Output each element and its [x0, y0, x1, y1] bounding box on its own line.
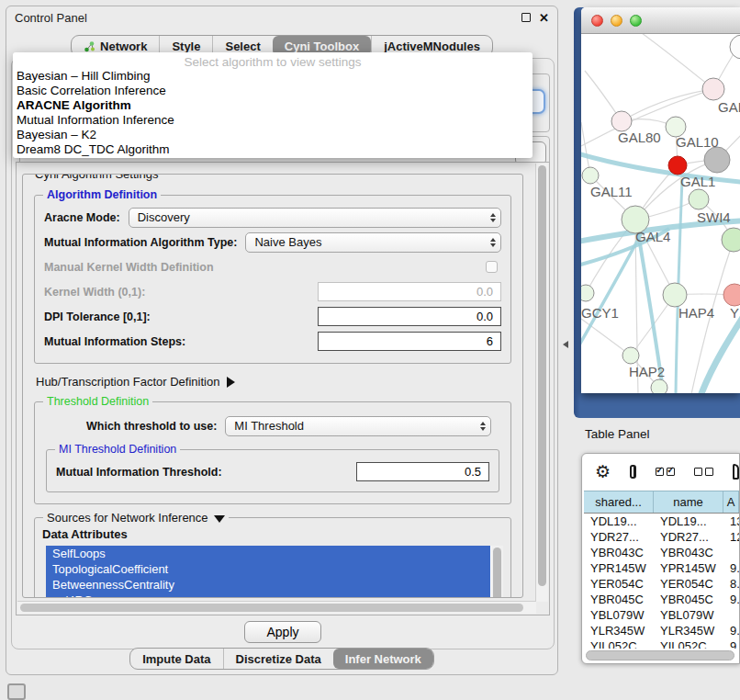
kernel-width-input[interactable] — [318, 282, 501, 301]
mi-algorithm-type-select[interactable]: Naive Bayes — [245, 232, 501, 253]
aracne-mode-select[interactable]: Discovery — [129, 208, 501, 228]
table-row[interactable]: YBR045CYBR045C9. — [584, 592, 739, 607]
attribute-list-item[interactable]: gal4RGexp — [46, 593, 490, 598]
bottom-tab-group: Impute DataDiscretize DataInfer Network — [129, 648, 434, 670]
hub-transcription-section[interactable]: Hub/Transcription Factor Definition — [36, 375, 510, 389]
manual-kernel-row: Manual Kernel Width Definition — [44, 254, 501, 279]
manual-kernel-checkbox[interactable] — [486, 261, 498, 273]
node-label: SWI4 — [697, 209, 731, 225]
which-threshold-select[interactable]: MI Threshold — [225, 416, 491, 436]
tab-discretize-data[interactable]: Discretize Data — [223, 649, 333, 669]
algorithm-option[interactable]: Dream8 DC_TDC Algorithm — [13, 142, 533, 157]
select-all-icon[interactable] — [656, 468, 675, 476]
network-node-gal11[interactable] — [582, 167, 599, 184]
sources-group-title[interactable]: Sources for Network Inference — [43, 511, 229, 525]
dpi-tolerance-input[interactable] — [318, 307, 501, 326]
algorithm-definition-group: Algorithm Definition Aracne Mode: Discov… — [34, 195, 511, 364]
network-node[interactable] — [730, 35, 740, 59]
column-header[interactable]: shared... — [584, 491, 654, 513]
expand-right-icon — [227, 377, 235, 388]
table-row[interactable]: YBR043CYBR043C — [584, 545, 739, 560]
network-node-y[interactable] — [723, 284, 740, 306]
data-attributes-list: SelfLoopsTopologicalCoefficientBetweenne… — [46, 546, 503, 598]
cyni-settings-group-title: Cyni Algorithm Settings — [31, 174, 162, 181]
document-icon[interactable] — [733, 464, 739, 480]
table-horizontal-scrollbar[interactable] — [586, 650, 734, 660]
close-traffic-light-icon[interactable] — [591, 15, 603, 27]
table-header-row: shared...nameA — [584, 491, 739, 514]
attributes-scrollbar[interactable] — [491, 546, 503, 598]
table-row[interactable]: YDR27...YDR27...12 — [584, 529, 739, 545]
mi-algorithm-type-value: Naive Bayes — [254, 235, 321, 249]
split-columns-icon[interactable] — [630, 465, 636, 479]
network-edge[interactable] — [638, 34, 713, 89]
which-threshold-label: Which threshold to use: — [86, 420, 217, 433]
network-node-gal80[interactable] — [611, 111, 632, 131]
attribute-list-item[interactable]: BetweennessCentrality — [46, 577, 490, 593]
network-window[interactable]: GALGAL80GAL10GAL1GAL11SWI4GAL4GCY1HAP4YH… — [581, 7, 740, 393]
attribute-list-item[interactable]: TopologicalCoefficient — [46, 561, 490, 577]
network-node-hap2[interactable] — [622, 347, 639, 364]
network-node[interactable] — [704, 147, 730, 173]
mi-threshold-input[interactable] — [356, 462, 489, 481]
algorithm-option[interactable]: Bayesian – K2 — [13, 128, 533, 142]
network-node-gcy1[interactable] — [581, 285, 594, 301]
table-row[interactable]: YIL052CYIL052C9 — [584, 638, 739, 649]
table-row[interactable]: YER054CYER054C8. — [584, 576, 739, 592]
panel-grip-icon[interactable] — [7, 683, 26, 700]
network-node-gal1[interactable] — [668, 156, 687, 175]
manual-kernel-label: Manual Kernel Width Definition — [44, 261, 214, 274]
float-panel-icon[interactable] — [521, 13, 531, 22]
mi-threshold-row: Mutual Information Threshold: — [56, 459, 489, 484]
network-node[interactable] — [722, 228, 740, 252]
algorithm-option[interactable]: Basic Correlation Inference — [13, 84, 533, 98]
network-edge[interactable] — [581, 319, 631, 356]
network-node-swi4[interactable] — [689, 189, 709, 209]
aracne-mode-row: Aracne Mode: Discovery — [44, 205, 501, 230]
mi-algorithm-type-row: Mutual Information Algorithm Type: Naive… — [44, 230, 501, 254]
network-node-gal[interactable] — [702, 78, 724, 100]
zoom-traffic-light-icon[interactable] — [630, 15, 642, 27]
tab-impute-data[interactable]: Impute Data — [130, 649, 222, 669]
table-row[interactable]: YPR145WYPR145W9. — [584, 560, 739, 576]
column-header[interactable]: A — [723, 491, 739, 513]
table-row[interactable]: YBL079WYBL079W — [584, 607, 739, 623]
table-row[interactable]: YLR345WYLR345W9. — [584, 623, 739, 638]
node-label: GAL80 — [618, 130, 661, 145]
close-icon[interactable]: ✕ — [539, 12, 549, 24]
dpi-tolerance-label: DPI Tolerance [0,1]: — [44, 310, 151, 323]
threshold-definition-title: Threshold Definition — [43, 395, 152, 408]
algorithm-option[interactable]: ARACNE Algorithm — [13, 98, 533, 113]
network-view-frame: GALGAL80GAL10GAL1GAL11SWI4GAL4GCY1HAP4YH… — [574, 7, 740, 418]
network-graph-icon — [84, 40, 95, 52]
node-label: HAP4 — [678, 305, 714, 321]
settings-vertical-scrollbar[interactable] — [535, 164, 548, 602]
dpi-tolerance-row: DPI Tolerance [0,1]: — [44, 304, 501, 329]
network-node-hap4[interactable] — [663, 283, 687, 307]
network-canvas[interactable]: GALGAL80GAL10GAL1GAL11SWI4GAL4GCY1HAP4YH… — [581, 34, 740, 393]
tab-infer-network[interactable]: Infer Network — [333, 649, 433, 669]
table-panel-title: Table Panel — [585, 427, 650, 441]
algorithm-option[interactable]: Mutual Information Inference — [13, 113, 533, 128]
mi-threshold-definition-title: MI Threshold Definition — [55, 443, 180, 456]
chevron-up-down-icon — [490, 233, 496, 252]
kernel-width-row: Kernel Width (0,1): — [44, 279, 501, 304]
algorithm-option[interactable]: Bayesian – Hill Climbing — [13, 69, 533, 84]
table-row[interactable]: YDL19...YDL19...13 — [584, 514, 739, 529]
deselect-all-icon[interactable] — [694, 468, 713, 476]
settings-gear-icon[interactable]: ⚙ — [595, 463, 611, 480]
node-label: Y — [730, 305, 739, 321]
mi-steps-input[interactable] — [318, 332, 501, 351]
splitter-collapse-arrow[interactable] — [563, 341, 568, 348]
settings-horizontal-scrollbar[interactable] — [17, 601, 536, 614]
table-panel-region: Table Panel ⚙ shared...nameA YDL19...YDL… — [560, 418, 740, 700]
cyni-algorithm-settings-group: Cyni Algorithm Settings Algorithm Defini… — [22, 174, 523, 598]
node-label: GAL10 — [676, 134, 719, 150]
apply-button[interactable]: Apply — [244, 621, 320, 643]
column-header[interactable]: name — [654, 491, 723, 513]
network-node[interactable] — [651, 379, 667, 393]
sources-group: Sources for Network Inference Data Attri… — [34, 517, 511, 598]
minimize-traffic-light-icon[interactable] — [611, 15, 622, 27]
data-attributes-label: Data Attributes — [42, 527, 503, 541]
attribute-list-item[interactable]: SelfLoops — [46, 546, 490, 561]
